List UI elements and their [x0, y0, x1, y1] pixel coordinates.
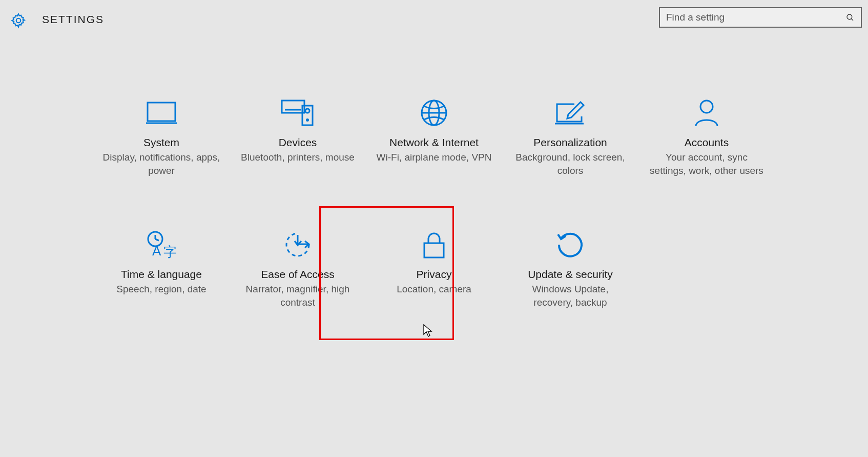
settings-grid-wrap: System Display, notifications, apps, pow…: [0, 91, 868, 314]
lock-icon: [421, 228, 447, 261]
search-input[interactable]: [666, 12, 845, 23]
tile-title: Privacy: [417, 268, 452, 281]
tile-desc: Narrator, magnifier, high contrast: [230, 283, 366, 309]
tile-title: Time & language: [121, 268, 202, 281]
tile-title: Personalization: [533, 136, 607, 149]
tile-desc: Display, notifications, apps, power: [93, 151, 230, 177]
tile-title: Accounts: [685, 136, 729, 149]
svg-point-14: [700, 101, 713, 113]
devices-icon: [280, 96, 316, 129]
tile-title: Devices: [279, 136, 317, 149]
person-icon: [694, 96, 719, 129]
tile-time-language[interactable]: A 字 Time & language Speech, region, date: [93, 223, 230, 314]
tile-desc: Bluetooth, printers, mouse: [232, 151, 364, 164]
update-icon: [556, 228, 585, 261]
svg-rect-5: [282, 101, 304, 113]
tile-network[interactable]: Network & Internet Wi-Fi, airplane mode,…: [366, 91, 502, 182]
settings-grid: System Display, notifications, apps, pow…: [93, 91, 775, 314]
tile-title: Update & security: [528, 268, 613, 281]
tile-ease-of-access[interactable]: Ease of Access Narrator, magnifier, high…: [230, 223, 366, 314]
svg-point-9: [306, 118, 309, 122]
settings-gear-icon: [10, 12, 27, 29]
tile-title: Ease of Access: [261, 268, 335, 281]
svg-rect-3: [148, 103, 175, 121]
tile-desc: Location, camera: [387, 283, 481, 296]
personalization-icon: [554, 96, 587, 129]
tile-accounts[interactable]: Accounts Your account, sync settings, wo…: [638, 91, 775, 182]
ease-of-access-icon: [283, 228, 313, 261]
tile-devices[interactable]: Devices Bluetooth, printers, mouse: [230, 91, 366, 182]
svg-point-0: [16, 18, 21, 23]
tile-system[interactable]: System Display, notifications, apps, pow…: [93, 91, 230, 182]
svg-text:A: A: [152, 243, 161, 259]
globe-icon: [420, 96, 448, 129]
svg-line-17: [155, 239, 159, 241]
tile-desc: Windows Update, recovery, backup: [502, 283, 638, 309]
tile-desc: Your account, sync settings, work, other…: [638, 151, 775, 177]
mouse-cursor-icon: [423, 324, 433, 337]
svg-line-2: [851, 18, 853, 21]
search-icon: [845, 13, 855, 22]
svg-point-8: [305, 109, 309, 113]
page-title: SETTINGS: [42, 13, 104, 26]
display-icon: [145, 96, 178, 129]
svg-point-1: [847, 14, 852, 19]
tile-title: Network & Internet: [389, 136, 479, 149]
svg-text:字: 字: [163, 244, 177, 260]
tile-desc: Speech, region, date: [107, 283, 215, 296]
svg-rect-22: [424, 243, 444, 257]
tile-desc: Wi-Fi, airplane mode, VPN: [367, 151, 501, 164]
tile-update-security[interactable]: Update & security Windows Update, recove…: [502, 223, 638, 314]
tile-title: System: [143, 136, 179, 149]
tile-privacy[interactable]: Privacy Location, camera: [366, 223, 502, 314]
tile-desc: Background, lock screen, colors: [502, 151, 638, 177]
time-language-icon: A 字: [145, 228, 178, 261]
search-box[interactable]: [659, 7, 862, 28]
tile-personalization[interactable]: Personalization Background, lock screen,…: [502, 91, 638, 182]
